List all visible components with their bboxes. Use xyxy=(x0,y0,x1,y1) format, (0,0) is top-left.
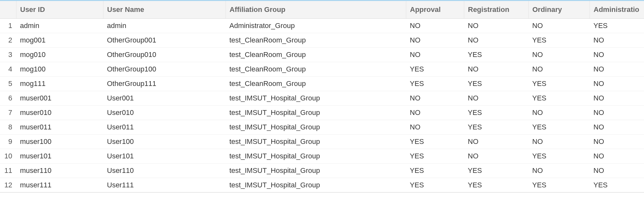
cell-approval: NO xyxy=(406,33,464,48)
cell-affiliation: test_IMSUT_Hospital_Group xyxy=(226,120,406,135)
cell-user-id: muser110 xyxy=(16,164,103,178)
column-administration[interactable]: Administratio xyxy=(590,1,644,19)
cell-user-id: muser011 xyxy=(16,120,103,135)
cell-rownum: 1 xyxy=(0,19,16,33)
cell-approval: YES xyxy=(406,178,464,193)
cell-approval: NO xyxy=(406,48,464,62)
column-ordinary[interactable]: Ordinary xyxy=(528,1,590,19)
cell-approval: NO xyxy=(406,106,464,120)
cell-rownum: 9 xyxy=(0,135,16,149)
cell-user-id: admin xyxy=(16,19,103,33)
cell-approval: NO xyxy=(406,91,464,106)
cell-administration: NO xyxy=(590,62,644,77)
cell-affiliation: test_IMSUT_Hospital_Group xyxy=(226,164,406,178)
table-row[interactable]: 6muser001User001test_IMSUT_Hospital_Grou… xyxy=(0,91,644,106)
cell-registration: NO xyxy=(464,149,528,164)
cell-administration: NO xyxy=(590,77,644,91)
cell-administration: NO xyxy=(590,164,644,178)
cell-user-name: OtherGroup100 xyxy=(103,62,226,77)
cell-user-name: User011 xyxy=(103,120,226,135)
cell-administration: NO xyxy=(590,120,644,135)
cell-registration: YES xyxy=(464,48,528,62)
cell-ordinary: NO xyxy=(528,19,590,33)
column-approval[interactable]: Approval xyxy=(406,1,464,19)
cell-ordinary: YES xyxy=(528,178,590,193)
cell-user-name: User001 xyxy=(103,91,226,106)
cell-user-name: User010 xyxy=(103,106,226,120)
cell-registration: YES xyxy=(464,178,528,193)
cell-rownum: 8 xyxy=(0,120,16,135)
cell-affiliation: test_IMSUT_Hospital_Group xyxy=(226,91,406,106)
cell-ordinary: NO xyxy=(528,48,590,62)
cell-administration: NO xyxy=(590,33,644,48)
cell-user-id: mog010 xyxy=(16,48,103,62)
cell-affiliation: test_CleanRoom_Group xyxy=(226,48,406,62)
cell-user-name: OtherGroup001 xyxy=(103,33,226,48)
cell-user-name: admin xyxy=(103,19,226,33)
cell-rownum: 2 xyxy=(0,33,16,48)
cell-ordinary: YES xyxy=(528,77,590,91)
cell-affiliation: test_CleanRoom_Group xyxy=(226,77,406,91)
cell-administration: NO xyxy=(590,106,644,120)
table-row[interactable]: 5mog111OtherGroup111test_CleanRoom_Group… xyxy=(0,77,644,91)
cell-ordinary: NO xyxy=(528,62,590,77)
cell-administration: NO xyxy=(590,149,644,164)
cell-registration: NO xyxy=(464,135,528,149)
column-affiliation-group[interactable]: Affiliation Group xyxy=(226,1,406,19)
cell-user-name: OtherGroup111 xyxy=(103,77,226,91)
cell-affiliation: Administrator_Group xyxy=(226,19,406,33)
cell-ordinary: NO xyxy=(528,106,590,120)
cell-ordinary: NO xyxy=(528,135,590,149)
table-row[interactable]: 1adminadminAdministrator_GroupNONONOYES xyxy=(0,19,644,33)
table-row[interactable]: 9muser100User100test_IMSUT_Hospital_Grou… xyxy=(0,135,644,149)
cell-affiliation: test_IMSUT_Hospital_Group xyxy=(226,135,406,149)
cell-registration: NO xyxy=(464,19,528,33)
cell-user-name: OtherGroup010 xyxy=(103,48,226,62)
cell-user-name: User101 xyxy=(103,149,226,164)
table-row[interactable]: 7muser010User010test_IMSUT_Hospital_Grou… xyxy=(0,106,644,120)
table-row[interactable]: 10muser101User101test_IMSUT_Hospital_Gro… xyxy=(0,149,644,164)
table-row[interactable]: 12muser111User111test_IMSUT_Hospital_Gro… xyxy=(0,178,644,193)
table-row[interactable]: 11muser110User110test_IMSUT_Hospital_Gro… xyxy=(0,164,644,178)
user-table: User ID User Name Affiliation Group Appr… xyxy=(0,0,644,193)
cell-registration: NO xyxy=(464,91,528,106)
table-row[interactable]: 3mog010OtherGroup010test_CleanRoom_Group… xyxy=(0,48,644,62)
cell-rownum: 6 xyxy=(0,91,16,106)
cell-user-id: muser100 xyxy=(16,135,103,149)
cell-rownum: 4 xyxy=(0,62,16,77)
cell-approval: YES xyxy=(406,135,464,149)
cell-rownum: 3 xyxy=(0,48,16,62)
table-row[interactable]: 8muser011User011test_IMSUT_Hospital_Grou… xyxy=(0,120,644,135)
cell-affiliation: test_IMSUT_Hospital_Group xyxy=(226,149,406,164)
cell-rownum: 12 xyxy=(0,178,16,193)
cell-user-name: User111 xyxy=(103,178,226,193)
cell-approval: NO xyxy=(406,19,464,33)
cell-rownum: 5 xyxy=(0,77,16,91)
cell-user-id: mog001 xyxy=(16,33,103,48)
cell-approval: YES xyxy=(406,77,464,91)
table-row[interactable]: 2mog001OtherGroup001test_CleanRoom_Group… xyxy=(0,33,644,48)
cell-administration: NO xyxy=(590,91,644,106)
cell-ordinary: YES xyxy=(528,149,590,164)
cell-user-id: muser001 xyxy=(16,91,103,106)
cell-user-id: muser010 xyxy=(16,106,103,120)
cell-registration: NO xyxy=(464,62,528,77)
column-registration[interactable]: Registration xyxy=(464,1,528,19)
cell-registration: YES xyxy=(464,120,528,135)
cell-approval: YES xyxy=(406,149,464,164)
column-rownum[interactable] xyxy=(0,1,16,19)
cell-user-name: User100 xyxy=(103,135,226,149)
cell-affiliation: test_CleanRoom_Group xyxy=(226,62,406,77)
column-user-name[interactable]: User Name xyxy=(103,1,226,19)
table-row[interactable]: 4mog100OtherGroup100test_CleanRoom_Group… xyxy=(0,62,644,77)
cell-user-id: mog111 xyxy=(16,77,103,91)
cell-rownum: 11 xyxy=(0,164,16,178)
cell-rownum: 7 xyxy=(0,106,16,120)
cell-user-name: User110 xyxy=(103,164,226,178)
cell-approval: NO xyxy=(406,120,464,135)
cell-affiliation: test_IMSUT_Hospital_Group xyxy=(226,106,406,120)
cell-approval: YES xyxy=(406,62,464,77)
cell-rownum: 10 xyxy=(0,149,16,164)
cell-administration: YES xyxy=(590,178,644,193)
column-user-id[interactable]: User ID xyxy=(16,1,103,19)
